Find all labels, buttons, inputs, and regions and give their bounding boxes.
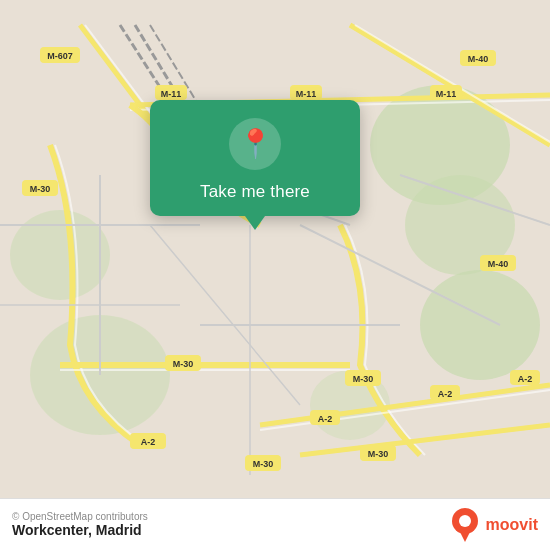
svg-text:M-11: M-11 [436,89,457,99]
location-pin-icon: 📍 [238,130,273,158]
bottom-left-info: © OpenStreetMap contributors Workcenter,… [12,511,148,538]
popup-card: 📍 Take me there [150,100,360,216]
map-background: M-607 M-40 M-30 M-11 M-11 M-11 M-30 M-30… [0,0,550,550]
moovit-text: moovit [486,516,538,534]
svg-point-4 [10,210,110,300]
take-me-there-button[interactable]: Take me there [200,182,310,202]
svg-point-3 [420,270,540,380]
svg-text:M-30: M-30 [353,374,374,384]
moovit-logo: moovit [448,508,538,542]
svg-text:M-30: M-30 [173,359,194,369]
bottom-bar: © OpenStreetMap contributors Workcenter,… [0,498,550,550]
map-container: M-607 M-40 M-30 M-11 M-11 M-11 M-30 M-30… [0,0,550,550]
svg-text:M-40: M-40 [488,259,509,269]
copyright-text: © OpenStreetMap contributors [12,511,148,522]
svg-point-47 [459,515,471,527]
location-icon-circle: 📍 [229,118,281,170]
svg-text:A-2: A-2 [141,437,156,447]
moovit-pin-icon [448,508,482,542]
svg-text:M-30: M-30 [30,184,51,194]
svg-marker-48 [458,528,472,542]
svg-text:M-11: M-11 [296,89,317,99]
svg-text:M-11: M-11 [161,89,182,99]
svg-text:A-2: A-2 [318,414,333,424]
svg-text:M-40: M-40 [468,54,489,64]
svg-text:M-30: M-30 [368,449,389,459]
svg-text:M-30: M-30 [253,459,274,469]
svg-text:A-2: A-2 [518,374,533,384]
location-name: Workcenter, Madrid [12,522,148,538]
svg-text:A-2: A-2 [438,389,453,399]
svg-text:M-607: M-607 [47,51,73,61]
